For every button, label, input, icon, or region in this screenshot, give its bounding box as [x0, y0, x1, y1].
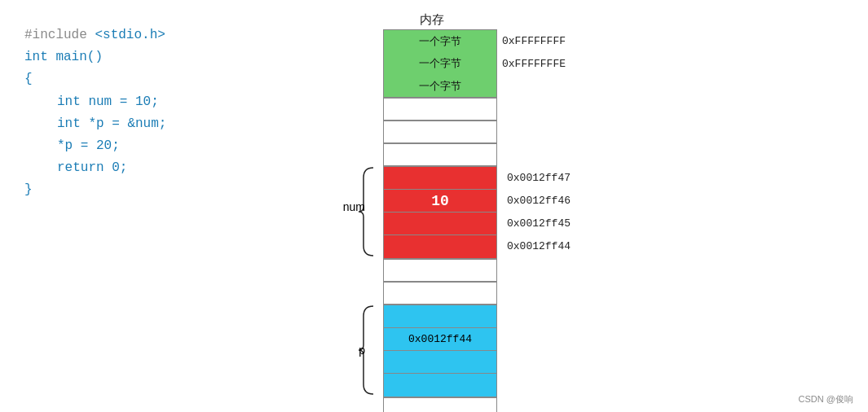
num-addr-group: 0x0012ff47 0x0012ff46 0x0012ff45 0x0012f… — [497, 166, 592, 257]
p-cell-container: 0x0012ff44 — [383, 305, 497, 397]
mem-row-3: 一个字节 — [350, 75, 592, 98]
num-cell-4 — [384, 235, 496, 258]
memory-title: 内存 — [375, 12, 489, 28]
mem-cell-3: 一个字节 — [383, 75, 497, 98]
code-line-6: *p = 20; — [24, 135, 318, 157]
p-addr-group — [497, 305, 502, 396]
mem-cell-2: 一个字节 — [383, 52, 497, 75]
num-cell-top — [384, 167, 496, 190]
code-line-5: int *p = &num; — [24, 113, 318, 135]
memory-table: 一个字节 0xFFFFFFFF 一个字节 0xFFFFFFFE 一个字节 — [350, 29, 592, 412]
num-cell-3 — [384, 213, 496, 235]
p-label: p — [359, 344, 365, 357]
p-cell-4 — [384, 374, 496, 397]
num-label: num — [343, 200, 365, 213]
code-line-8: } — [24, 179, 318, 201]
mem-addr-2: 0xFFFFFFFE — [497, 58, 587, 70]
mem-cell-1: 一个字节 — [383, 29, 497, 52]
code-line-4: int num = 10; — [24, 91, 318, 113]
main-container: #include <stdio.h> int main() { int num … — [0, 0, 868, 412]
code-line-1: #include <stdio.h> — [24, 24, 318, 46]
mem-cell-e5 — [383, 282, 497, 305]
mem-cell-e4 — [383, 259, 497, 282]
mem-row-empty-5 — [350, 282, 592, 305]
p-group: p 0x0012ff44 — [350, 305, 592, 397]
p-cell-3 — [384, 351, 496, 374]
watermark: CSDN @俊响 — [799, 393, 853, 405]
mem-row-empty-6 — [350, 397, 592, 412]
mem-row-empty-4 — [350, 259, 592, 282]
code-line-2: int main() — [24, 46, 318, 68]
num-cell-container: 10 — [383, 166, 497, 259]
mem-cell-e6 — [383, 397, 497, 412]
mem-row-empty-3 — [350, 143, 592, 166]
mem-row-2: 一个字节 0xFFFFFFFE — [350, 52, 592, 75]
mem-cell-e1 — [383, 98, 497, 121]
memory-panel: 内存 一个字节 0xFFFFFFFF 一个字节 0xFFFFFFFE 一个字节 — [350, 12, 592, 412]
num-group: num 10 0x0012ff47 0x0012ff46 0x0012ff45 … — [350, 166, 592, 259]
p-cell-mid: 0x0012ff44 — [384, 328, 496, 351]
mem-addr-num2: 0x0012ff46 — [502, 195, 592, 207]
mem-row-empty-2 — [350, 121, 592, 143]
code-panel: #include <stdio.h> int main() { int num … — [16, 8, 326, 218]
mem-cell-e2 — [383, 121, 497, 143]
code-line-3: { — [24, 68, 318, 90]
code-line-7: return 0; — [24, 157, 318, 179]
mem-addr-1: 0xFFFFFFFF — [497, 35, 587, 47]
num-cell-mid: 10 — [384, 190, 496, 213]
mem-addr-num4: 0x0012ff44 — [502, 240, 592, 252]
mem-row-1: 一个字节 0xFFFFFFFF — [350, 29, 592, 52]
mem-addr-num3: 0x0012ff45 — [502, 217, 592, 230]
mem-addr-num1: 0x0012ff47 — [502, 172, 592, 184]
mem-cell-e3 — [383, 143, 497, 166]
mem-row-empty-1 — [350, 98, 592, 121]
p-cell-top — [384, 305, 496, 328]
